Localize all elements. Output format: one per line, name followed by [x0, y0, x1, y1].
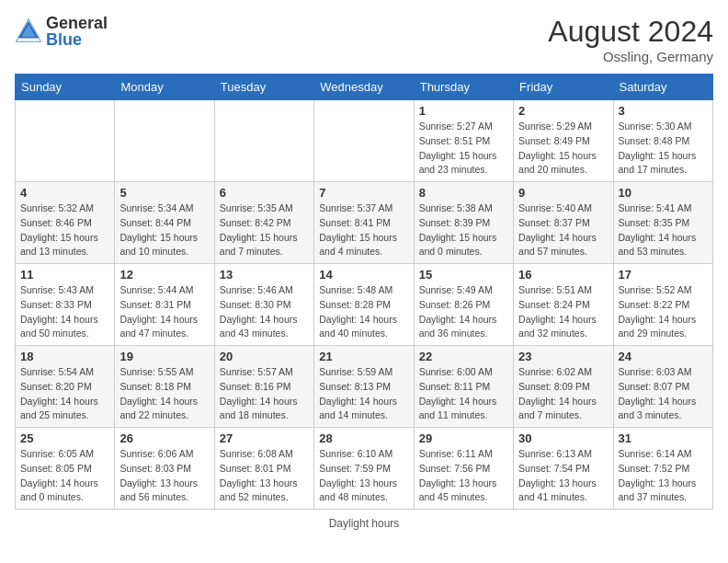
calendar-day-cell: 11Sunrise: 5:43 AM Sunset: 8:33 PM Dayli… — [16, 264, 115, 346]
page-header: General Blue August 2024 Ossling, German… — [15, 15, 713, 64]
calendar-day-header: Monday — [115, 75, 214, 100]
day-detail: Sunrise: 5:41 AM Sunset: 8:35 PM Dayligh… — [619, 201, 708, 259]
day-detail: Sunrise: 6:03 AM Sunset: 8:07 PM Dayligh… — [619, 365, 708, 423]
calendar-day-cell: 17Sunrise: 5:52 AM Sunset: 8:22 PM Dayli… — [613, 264, 712, 346]
logo-text: General Blue — [46, 15, 108, 48]
day-detail: Sunrise: 5:55 AM Sunset: 8:18 PM Dayligh… — [119, 365, 209, 423]
calendar-day-cell: 14Sunrise: 5:48 AM Sunset: 8:28 PM Dayli… — [314, 264, 414, 346]
day-number: 13 — [220, 268, 309, 282]
day-detail: Sunrise: 5:46 AM Sunset: 8:30 PM Dayligh… — [220, 283, 309, 341]
calendar-day-cell — [115, 100, 214, 182]
calendar-day-cell: 19Sunrise: 5:55 AM Sunset: 8:18 PM Dayli… — [115, 346, 214, 428]
day-number: 9 — [518, 186, 608, 200]
logo: General Blue — [15, 15, 108, 48]
day-number: 2 — [518, 104, 608, 118]
calendar-day-cell: 12Sunrise: 5:44 AM Sunset: 8:31 PM Dayli… — [115, 264, 214, 346]
day-number: 14 — [319, 268, 408, 282]
day-number: 26 — [119, 431, 209, 445]
calendar-day-header: Saturday — [613, 75, 712, 100]
calendar-table: SundayMondayTuesdayWednesdayThursdayFrid… — [15, 74, 713, 510]
day-number: 22 — [419, 350, 508, 363]
day-detail: Sunrise: 6:14 AM Sunset: 7:52 PM Dayligh… — [619, 447, 708, 505]
day-detail: Sunrise: 5:51 AM Sunset: 8:24 PM Dayligh… — [518, 283, 608, 341]
month-year-title: August 2024 — [548, 15, 713, 49]
day-number: 1 — [419, 104, 508, 118]
logo-blue-text: Blue — [46, 31, 108, 48]
calendar-week-row: 1Sunrise: 5:27 AM Sunset: 8:51 PM Daylig… — [16, 100, 713, 182]
day-detail: Sunrise: 6:13 AM Sunset: 7:54 PM Dayligh… — [518, 447, 608, 505]
calendar-day-cell: 4Sunrise: 5:32 AM Sunset: 8:46 PM Daylig… — [16, 182, 115, 264]
calendar-day-cell: 26Sunrise: 6:06 AM Sunset: 8:03 PM Dayli… — [115, 428, 214, 510]
calendar-day-cell: 27Sunrise: 6:08 AM Sunset: 8:01 PM Dayli… — [214, 428, 313, 510]
calendar-day-cell: 20Sunrise: 5:57 AM Sunset: 8:16 PM Dayli… — [214, 346, 313, 428]
day-number: 18 — [20, 350, 109, 363]
calendar-day-header: Sunday — [16, 75, 115, 100]
day-detail: Sunrise: 5:40 AM Sunset: 8:37 PM Dayligh… — [518, 201, 608, 259]
calendar-day-cell: 16Sunrise: 5:51 AM Sunset: 8:24 PM Dayli… — [514, 264, 613, 346]
calendar-day-cell: 3Sunrise: 5:30 AM Sunset: 8:48 PM Daylig… — [613, 100, 712, 182]
calendar-day-cell: 21Sunrise: 5:59 AM Sunset: 8:13 PM Dayli… — [314, 346, 414, 428]
location-subtitle: Ossling, Germany — [548, 49, 713, 64]
calendar-day-cell: 1Sunrise: 5:27 AM Sunset: 8:51 PM Daylig… — [414, 100, 513, 182]
calendar-week-row: 11Sunrise: 5:43 AM Sunset: 8:33 PM Dayli… — [16, 264, 713, 346]
calendar-day-cell: 9Sunrise: 5:40 AM Sunset: 8:37 PM Daylig… — [514, 182, 613, 264]
calendar-week-row: 18Sunrise: 5:54 AM Sunset: 8:20 PM Dayli… — [16, 346, 713, 428]
calendar-day-cell: 30Sunrise: 6:13 AM Sunset: 7:54 PM Dayli… — [514, 428, 613, 510]
day-detail: Sunrise: 5:35 AM Sunset: 8:42 PM Dayligh… — [220, 201, 309, 259]
calendar-week-row: 4Sunrise: 5:32 AM Sunset: 8:46 PM Daylig… — [16, 182, 713, 264]
calendar-day-cell: 6Sunrise: 5:35 AM Sunset: 8:42 PM Daylig… — [214, 182, 313, 264]
daylight-hours-label: Daylight hours — [329, 517, 400, 530]
logo-general-text: General — [46, 15, 108, 31]
calendar-day-cell: 15Sunrise: 5:49 AM Sunset: 8:26 PM Dayli… — [414, 264, 513, 346]
day-detail: Sunrise: 5:59 AM Sunset: 8:13 PM Dayligh… — [319, 365, 408, 423]
day-number: 16 — [518, 268, 608, 282]
calendar-day-cell: 29Sunrise: 6:11 AM Sunset: 7:56 PM Dayli… — [414, 428, 513, 510]
calendar-day-cell: 23Sunrise: 6:02 AM Sunset: 8:09 PM Dayli… — [514, 346, 613, 428]
calendar-week-row: 25Sunrise: 6:05 AM Sunset: 8:05 PM Dayli… — [16, 428, 713, 510]
calendar-day-cell: 28Sunrise: 6:10 AM Sunset: 7:59 PM Dayli… — [314, 428, 414, 510]
calendar-day-cell: 10Sunrise: 5:41 AM Sunset: 8:35 PM Dayli… — [613, 182, 712, 264]
day-detail: Sunrise: 5:43 AM Sunset: 8:33 PM Dayligh… — [20, 283, 109, 341]
calendar-day-cell: 25Sunrise: 6:05 AM Sunset: 8:05 PM Dayli… — [16, 428, 115, 510]
day-number: 8 — [419, 186, 508, 200]
day-number: 6 — [220, 186, 309, 200]
day-detail: Sunrise: 5:34 AM Sunset: 8:44 PM Dayligh… — [119, 201, 209, 259]
day-number: 17 — [619, 268, 708, 282]
title-block: August 2024 Ossling, Germany — [548, 15, 713, 64]
day-number: 31 — [619, 431, 708, 445]
day-number: 29 — [419, 431, 508, 445]
logo-icon — [15, 17, 42, 45]
calendar-day-header: Tuesday — [214, 75, 313, 100]
day-number: 20 — [220, 350, 309, 363]
calendar-day-header: Thursday — [414, 75, 513, 100]
calendar-day-cell: 7Sunrise: 5:37 AM Sunset: 8:41 PM Daylig… — [314, 182, 414, 264]
day-detail: Sunrise: 6:00 AM Sunset: 8:11 PM Dayligh… — [419, 365, 508, 423]
calendar-day-cell: 13Sunrise: 5:46 AM Sunset: 8:30 PM Dayli… — [214, 264, 313, 346]
day-detail: Sunrise: 5:48 AM Sunset: 8:28 PM Dayligh… — [319, 283, 408, 341]
day-number: 25 — [20, 431, 109, 445]
day-detail: Sunrise: 5:27 AM Sunset: 8:51 PM Dayligh… — [419, 120, 508, 178]
day-detail: Sunrise: 5:54 AM Sunset: 8:20 PM Dayligh… — [20, 365, 109, 423]
day-number: 5 — [119, 186, 209, 200]
day-number: 21 — [319, 350, 408, 363]
day-number: 28 — [319, 431, 408, 445]
day-detail: Sunrise: 6:06 AM Sunset: 8:03 PM Dayligh… — [119, 447, 209, 505]
day-number: 12 — [119, 268, 209, 282]
day-number: 24 — [619, 350, 708, 363]
calendar-day-cell: 8Sunrise: 5:38 AM Sunset: 8:39 PM Daylig… — [414, 182, 513, 264]
day-detail: Sunrise: 5:37 AM Sunset: 8:41 PM Dayligh… — [319, 201, 408, 259]
calendar-day-header: Wednesday — [314, 75, 414, 100]
footer-note: Daylight hours — [15, 517, 713, 530]
calendar-day-cell: 5Sunrise: 5:34 AM Sunset: 8:44 PM Daylig… — [115, 182, 214, 264]
day-detail: Sunrise: 5:30 AM Sunset: 8:48 PM Dayligh… — [619, 120, 708, 178]
day-detail: Sunrise: 5:57 AM Sunset: 8:16 PM Dayligh… — [220, 365, 309, 423]
day-detail: Sunrise: 5:38 AM Sunset: 8:39 PM Dayligh… — [419, 201, 508, 259]
day-detail: Sunrise: 5:44 AM Sunset: 8:31 PM Dayligh… — [119, 283, 209, 341]
day-detail: Sunrise: 6:11 AM Sunset: 7:56 PM Dayligh… — [419, 447, 508, 505]
day-detail: Sunrise: 6:10 AM Sunset: 7:59 PM Dayligh… — [319, 447, 408, 505]
day-number: 30 — [518, 431, 608, 445]
calendar-day-cell: 18Sunrise: 5:54 AM Sunset: 8:20 PM Dayli… — [16, 346, 115, 428]
day-detail: Sunrise: 6:05 AM Sunset: 8:05 PM Dayligh… — [20, 447, 109, 505]
calendar-day-cell — [214, 100, 313, 182]
calendar-day-cell: 31Sunrise: 6:14 AM Sunset: 7:52 PM Dayli… — [613, 428, 712, 510]
